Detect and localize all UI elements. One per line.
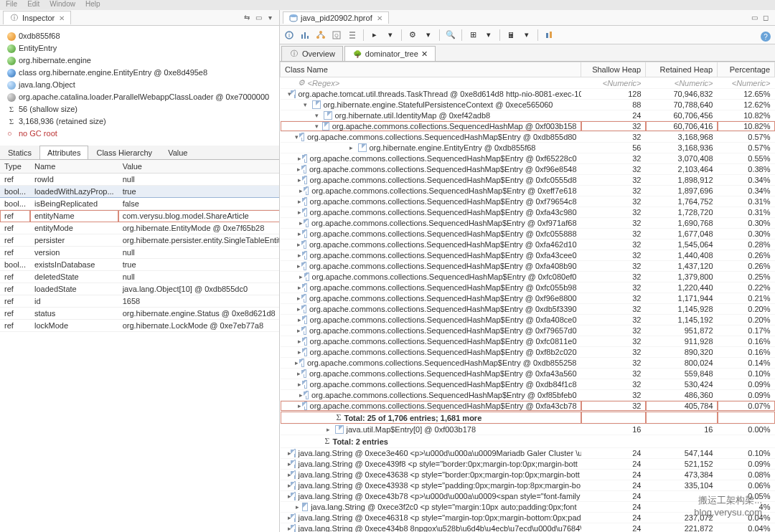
inspector-item[interactable]: org.hibernate.engine (7, 54, 273, 67)
col-value[interactable]: Value (118, 160, 279, 174)
tree-row[interactable]: ▸ java.lang.String @ 0xece43b78 <p>\u000… (281, 491, 775, 502)
tree-row[interactable]: ▾ org.apache.commons.collections.Sequenc… (281, 121, 775, 132)
expander-icon[interactable]: ▸ (299, 273, 303, 280)
expander-icon[interactable]: ▸ (297, 295, 301, 302)
attribute-row[interactable]: bool...existsInDatabasetrue (0, 259, 279, 271)
tree-row[interactable]: ▸ org.apache.commons.collections.Sequenc… (281, 369, 775, 379)
tree-row[interactable]: ▸ org.apache.commons.collections.Sequenc… (281, 401, 775, 412)
close-icon[interactable]: ✕ (377, 14, 382, 22)
expander-icon[interactable]: ▸ (297, 370, 301, 377)
expander-icon[interactable]: ▸ (298, 155, 301, 162)
attribute-row[interactable]: refpersisterorg.hibernate.persister.enti… (0, 234, 279, 247)
menu-help[interactable]: Help (85, 0, 100, 10)
expander-icon[interactable]: ▸ (298, 176, 301, 184)
tree-row[interactable]: Σ Total: 25 of 1,706 entries; 1,681 more (281, 412, 775, 424)
tab-overview[interactable]: ⓘ Overview (281, 46, 343, 61)
tree-row[interactable]: ▸ java.lang.String @ 0xece46318 <p style… (281, 513, 775, 523)
tree-row[interactable]: ▸ org.apache.commons.collections.Sequenc… (281, 196, 775, 207)
col-shallow[interactable]: Shallow Heap (581, 62, 646, 77)
overview-icon[interactable]: i (283, 29, 296, 42)
tree-row[interactable]: ▸ org.apache.commons.collections.Sequenc… (281, 358, 775, 369)
gear-icon[interactable]: ⚙ (406, 29, 419, 42)
col-percentage[interactable]: Percentage (718, 62, 775, 77)
inspector-item[interactable]: Σ3,168,936 (retained size) (7, 115, 273, 128)
oql-icon[interactable]: Q (330, 29, 343, 42)
tree-row[interactable]: ▸ org.apache.commons.collections.Sequenc… (281, 315, 775, 326)
attribute-row[interactable]: reflockModeorg.hibernate.LockMode @ 0xe7… (0, 320, 279, 332)
attribute-row[interactable]: bool...isBeingReplicatedfalse (0, 198, 279, 210)
inspector-item[interactable]: EntityEntry (7, 42, 273, 54)
expander-icon[interactable]: ▸ (298, 316, 301, 323)
menu-window[interactable]: Window (50, 0, 75, 10)
tree-row[interactable]: ▸ org.apache.commons.collections.Sequenc… (281, 326, 775, 336)
tree-row[interactable]: ▸ java.lang.String @ 0xece434b8 8npgox\u… (281, 523, 775, 533)
subtab-attributes[interactable]: Attributes (39, 146, 88, 159)
close-icon[interactable]: ✕ (59, 14, 65, 22)
expander-icon[interactable]: ▾ (314, 123, 319, 130)
expander-icon[interactable]: ▾ (295, 133, 299, 141)
tree-row[interactable]: ▸ org.apache.commons.collections.Sequenc… (281, 250, 775, 261)
attribute-row[interactable]: refdeletedStatenull (0, 271, 279, 283)
subtab-value[interactable]: Value (160, 146, 195, 159)
calc-icon[interactable]: 🖩 (504, 29, 517, 42)
expander-icon[interactable]: ▸ (299, 391, 303, 399)
tree-row[interactable]: ▸ java.lang.String @ 0xece3e460 <p>\u000… (281, 448, 775, 459)
histogram-icon[interactable] (299, 29, 311, 42)
attribute-row[interactable]: refstatusorg.hibernate.engine.Status @ 0… (0, 308, 279, 320)
tree-row[interactable]: ▸ org.apache.commons.collections.Sequenc… (281, 304, 775, 315)
tree-row[interactable]: ▸ org.apache.commons.collections.Sequenc… (281, 390, 775, 401)
tree-row[interactable]: ▸ java.lang.String @ 0xece43638 <p style… (281, 470, 775, 480)
tree-row[interactable]: ▸ org.apache.commons.collections.Sequenc… (281, 218, 775, 229)
filter-row[interactable]: ⚙ <Regex> <Numeric> <Numeric> <Numeric> (281, 77, 775, 89)
tree-row[interactable]: Σ Total: 2 entries (281, 435, 775, 448)
compare-icon[interactable] (542, 29, 555, 42)
minimize-icon[interactable]: ▭ (253, 13, 263, 23)
inspector-item[interactable]: java.lang.Object (7, 79, 273, 91)
tree-row[interactable]: ▸ org.apache.commons.collections.Sequenc… (281, 272, 775, 282)
tree-row[interactable]: ▸ org.hibernate.engine.EntityEntry @ 0xd… (281, 143, 775, 153)
expander-icon[interactable]: ▸ (297, 166, 301, 173)
col-retained[interactable]: Retained Heap (646, 62, 718, 77)
dropdown-icon[interactable]: ▾ (520, 29, 533, 42)
attribute-row[interactable]: refloadedStatejava.lang.Object[10] @ 0xd… (0, 283, 279, 295)
col-classname[interactable]: Class Name (281, 62, 581, 77)
expander-icon[interactable]: ▸ (295, 359, 299, 366)
inspector-item[interactable]: org.apache.catalina.loader.ParallelWebap… (7, 91, 273, 103)
tree-row[interactable]: ▸ java.util.Map$Entry[0] @ 0xf003b178161… (281, 424, 775, 435)
expander-icon[interactable]: ▾ (314, 112, 321, 119)
editor-tab[interactable]: java_pid20902.hprof ✕ (283, 11, 389, 24)
tree-row[interactable]: ▸ org.apache.commons.collections.Sequenc… (281, 379, 775, 390)
tree-row[interactable]: ▸ org.apache.commons.collections.Sequenc… (281, 282, 775, 293)
dropdown-icon[interactable]: ▾ (482, 29, 495, 42)
col-name[interactable]: Name (30, 160, 118, 174)
expander-icon[interactable]: ▸ (325, 426, 332, 433)
tree-row[interactable]: ▸ org.apache.commons.collections.Sequenc… (281, 347, 775, 358)
thread-icon[interactable] (346, 29, 359, 42)
tree-row[interactable]: ▾ org.hibernate.engine.StatefulPersisten… (281, 100, 775, 110)
subtab-class-hierarchy[interactable]: Class Hierarchy (88, 146, 160, 159)
tree-row[interactable]: ▾ org.apache.tomcat.util.threads.TaskThr… (281, 89, 775, 100)
expander-icon[interactable]: ▸ (298, 198, 301, 205)
inspector-item[interactable]: ○no GC root (7, 128, 273, 140)
run-icon[interactable]: ▸ (368, 29, 381, 42)
expander-icon[interactable]: ▸ (298, 252, 301, 259)
dominator-icon[interactable] (314, 29, 327, 42)
menu-icon[interactable]: ▾ (265, 13, 275, 23)
inspector-item[interactable]: class org.hibernate.engine.EntityEntry @… (7, 67, 273, 79)
expander-icon[interactable]: ▸ (298, 402, 301, 409)
tree-row[interactable]: ▸ java.lang.String @ 0xece439f8 <p style… (281, 459, 775, 470)
expander-icon[interactable]: ▸ (298, 338, 301, 345)
expander-icon[interactable]: ▸ (298, 284, 301, 291)
inspector-tab[interactable]: ⓘ Inspector ✕ (3, 11, 71, 24)
subtab-statics[interactable]: Statics (0, 146, 39, 159)
minimize-icon[interactable]: ▭ (749, 13, 759, 23)
search-icon[interactable]: 🔍 (444, 29, 457, 42)
sync-icon[interactable]: ⇆ (242, 13, 252, 23)
attribute-row[interactable]: refversionnull (0, 247, 279, 259)
attribute-row[interactable]: refentityNamecom.verysu.blog.model.Share… (0, 210, 279, 222)
attribute-row[interactable]: refrowIdnull (0, 174, 279, 186)
menu-edit[interactable]: Edit (27, 0, 39, 10)
expander-icon[interactable]: ▸ (299, 219, 303, 227)
tree-row[interactable]: ▾ org.apache.commons.collections.Sequenc… (281, 132, 775, 143)
attribute-row[interactable]: bool...loadedWithLazyProp...true (0, 186, 279, 198)
